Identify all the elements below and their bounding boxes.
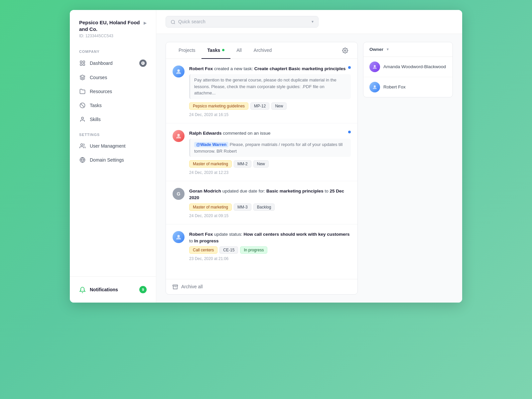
feed-items: Robert Fox created a new task: Create ch… [166, 59, 357, 279]
resources-icon [79, 88, 86, 95]
feed-item-body: Ralph Edwards commented on an issue @Wad… [189, 130, 351, 175]
feed-action: update status: [214, 232, 244, 237]
owner-list: Amanda Woodword-Blackwood Robert Fox [363, 57, 453, 97]
feed-author: Ralph Edwards [189, 131, 222, 136]
sidebar-item-resources[interactable]: Resources [74, 85, 151, 98]
sidebar-bottom: Notifications 9 [70, 276, 156, 303]
tag: Pepsico marketing guidelines [189, 102, 248, 110]
feed-author: Robert Fox [189, 66, 213, 71]
bell-icon [79, 286, 86, 293]
sidebar-item-dashboard[interactable]: Dashboard [74, 56, 151, 70]
owner-header: Owner ▾ [363, 42, 453, 57]
sidebar-item-skills[interactable]: Skills [74, 113, 151, 126]
notifications-item[interactable]: Notifications 9 [74, 282, 151, 297]
tab-archived[interactable]: Archived [248, 42, 278, 59]
tag: New [253, 160, 269, 168]
feed-item: Robert Fox update status: How call cente… [166, 224, 357, 267]
tabs-settings-button[interactable] [339, 44, 351, 57]
sidebar-item-domain-settings[interactable]: Domain Settings [74, 153, 151, 167]
feed-author: Goran Modrich [189, 189, 221, 194]
dashboard-icon [79, 60, 86, 66]
tasks-label: Tasks [90, 103, 102, 108]
feed-action: created a new task: [214, 66, 254, 71]
courses-label: Courses [90, 75, 107, 80]
svg-point-19 [374, 65, 376, 67]
owner-name: Amanda Woodword-Blackwood [383, 64, 446, 69]
dashboard-badge [139, 60, 147, 67]
feed-time: 24 Dec, 2020 at 12:23 [189, 170, 351, 175]
tab-tasks[interactable]: Tasks [201, 42, 231, 59]
avatar: G [173, 188, 185, 200]
sidebar-item-courses[interactable]: Courses [74, 71, 151, 84]
owner-avatar [369, 82, 380, 92]
feed-tags: Master of marketing MM-3 Backlog [189, 203, 351, 211]
notifications-count: 9 [139, 286, 147, 293]
user-management-icon [79, 143, 86, 149]
tag: Call centers [189, 246, 217, 254]
feed-title: Basic marketing principles [266, 189, 324, 194]
svg-rect-0 [80, 61, 82, 63]
settings-nav: User Managment Domain Settings [70, 139, 156, 167]
tag: MM-2 [234, 160, 251, 168]
unread-dot [348, 131, 351, 133]
tag: In progress [240, 246, 267, 254]
svg-point-13 [344, 50, 346, 52]
owner-item[interactable]: Robert Fox [363, 77, 453, 97]
svg-line-12 [174, 23, 175, 24]
avatar [173, 130, 185, 142]
feed-item-text: Ralph Edwards commented on an issue [189, 130, 351, 137]
tab-all[interactable]: All [230, 42, 248, 59]
tasks-icon [79, 102, 86, 109]
sidebar-item-user-management[interactable]: User Managment [74, 139, 151, 153]
feed-time: 24 Dec, 2020 at 16:15 [189, 112, 351, 117]
owner-title: Owner [369, 47, 383, 52]
user-management-label: User Managment [90, 143, 125, 149]
svg-point-11 [171, 20, 175, 24]
sidebar-toggle-icon[interactable]: ▶ [144, 21, 147, 25]
search-icon [171, 19, 176, 25]
tag: CE-15 [219, 246, 238, 254]
domain-settings-icon [79, 157, 86, 163]
tag: MP-12 [250, 102, 269, 110]
feed-tags: Master of marketing MM-2 New [189, 160, 351, 168]
svg-rect-1 [83, 61, 85, 63]
svg-rect-2 [80, 64, 82, 66]
svg-point-20 [374, 85, 376, 87]
feed-item: G Goran Modrich updated due date for: Ba… [166, 181, 357, 224]
company-nav: Dashboard Courses [70, 56, 156, 127]
owner-item[interactable]: Amanda Woodword-Blackwood [363, 57, 453, 77]
main-content: Quick search ▾ Projects Tasks All [156, 10, 462, 303]
search-box[interactable]: Quick search ▾ [166, 16, 319, 28]
feed-author: Robert Fox [189, 232, 213, 237]
owner-dropdown-icon[interactable]: ▾ [387, 47, 389, 52]
tag: Master of marketing [189, 160, 232, 168]
sidebar-item-tasks[interactable]: Tasks [74, 99, 151, 112]
feed-status2: In progress [194, 238, 219, 243]
feed-time: 24 Dec, 2020 at 09:15 [189, 213, 351, 218]
feed-tags: Call centers CE-15 In progress [189, 246, 351, 254]
owner-avatar [369, 62, 380, 72]
tag: New [271, 102, 287, 110]
archive-all-button[interactable]: Archive all [166, 279, 357, 294]
tab-projects[interactable]: Projects [173, 42, 201, 59]
search-input[interactable]: Quick search [178, 19, 309, 24]
svg-rect-3 [83, 64, 85, 66]
skills-label: Skills [90, 117, 101, 122]
archive-all-label: Archive all [181, 284, 203, 289]
dashboard-label: Dashboard [90, 61, 113, 66]
feed-item-text: Robert Fox created a new task: Create ch… [189, 66, 351, 72]
svg-point-16 [177, 235, 180, 237]
tag: Backlog [253, 203, 275, 211]
domain-settings-label: Domain Settings [90, 157, 124, 163]
feed-item-body: Robert Fox created a new task: Create ch… [189, 66, 351, 117]
feed-time: 23 Dec, 2020 at 21:06 [189, 256, 351, 261]
svg-rect-17 [173, 285, 178, 286]
feed-item-comment: @Wade Warren Please, prepare matirials /… [189, 139, 351, 157]
feed-panel: Projects Tasks All Archived [166, 42, 358, 295]
feed-item-text: Goran Modrich updated due date for: Basi… [189, 188, 351, 201]
avatar [173, 66, 185, 77]
settings-section-label: Settings [70, 127, 156, 139]
resources-label: Resources [90, 89, 112, 94]
feed-action: updated due date for: [222, 189, 266, 194]
feed-item-body: Goran Modrich updated due date for: Basi… [189, 188, 351, 218]
